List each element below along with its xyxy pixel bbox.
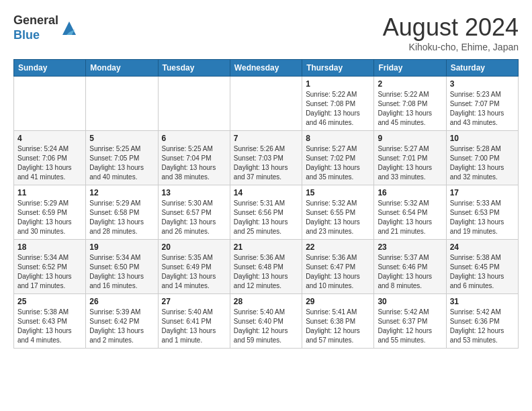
calendar-cell bbox=[230, 77, 302, 131]
day-number: 15 bbox=[306, 188, 370, 197]
day-number: 23 bbox=[378, 242, 442, 252]
week-row-2: 11Sunrise: 5:29 AMSunset: 6:59 PMDayligh… bbox=[14, 185, 519, 240]
calendar-cell bbox=[86, 77, 158, 131]
logo: General Blue bbox=[13, 13, 79, 42]
month-title: August 2024 bbox=[383, 13, 519, 42]
logo-text: General Blue bbox=[13, 13, 58, 42]
day-number: 2 bbox=[378, 79, 442, 89]
day-info: Sunrise: 5:27 AMSunset: 7:01 PMDaylight:… bbox=[378, 144, 442, 182]
calendar-table: SundayMondayTuesdayWednesdayThursdayFrid… bbox=[13, 59, 519, 349]
weekday-header-sunday: Sunday bbox=[14, 60, 86, 77]
day-number: 3 bbox=[450, 79, 515, 89]
header-row: SundayMondayTuesdayWednesdayThursdayFrid… bbox=[14, 60, 519, 77]
calendar-cell: 2Sunrise: 5:22 AMSunset: 7:08 PMDaylight… bbox=[374, 77, 446, 131]
calendar-cell: 19Sunrise: 5:34 AMSunset: 6:50 PMDayligh… bbox=[86, 240, 158, 294]
day-number: 29 bbox=[306, 297, 370, 306]
calendar-cell: 30Sunrise: 5:42 AMSunset: 6:37 PMDayligh… bbox=[374, 294, 446, 349]
calendar-cell: 5Sunrise: 5:25 AMSunset: 7:05 PMDaylight… bbox=[86, 131, 158, 185]
calendar-header: SundayMondayTuesdayWednesdayThursdayFrid… bbox=[14, 60, 519, 77]
calendar-cell: 20Sunrise: 5:35 AMSunset: 6:49 PMDayligh… bbox=[158, 240, 230, 294]
day-number: 16 bbox=[378, 188, 442, 197]
day-info: Sunrise: 5:36 AMSunset: 6:47 PMDaylight:… bbox=[306, 253, 370, 291]
day-info: Sunrise: 5:34 AMSunset: 6:52 PMDaylight:… bbox=[17, 253, 82, 291]
calendar-cell bbox=[158, 77, 230, 131]
calendar-cell: 25Sunrise: 5:38 AMSunset: 6:43 PMDayligh… bbox=[14, 294, 86, 349]
calendar-cell: 16Sunrise: 5:32 AMSunset: 6:54 PMDayligh… bbox=[374, 185, 446, 240]
day-info: Sunrise: 5:29 AMSunset: 6:58 PMDaylight:… bbox=[89, 199, 154, 236]
calendar-cell: 14Sunrise: 5:31 AMSunset: 6:56 PMDayligh… bbox=[230, 185, 302, 240]
day-number: 9 bbox=[378, 134, 442, 143]
calendar-cell: 10Sunrise: 5:28 AMSunset: 7:00 PMDayligh… bbox=[446, 131, 518, 185]
calendar-cell: 8Sunrise: 5:27 AMSunset: 7:02 PMDaylight… bbox=[302, 131, 374, 185]
calendar-cell: 13Sunrise: 5:30 AMSunset: 6:57 PMDayligh… bbox=[158, 185, 230, 240]
day-number: 6 bbox=[162, 134, 226, 143]
weekday-header-wednesday: Wednesday bbox=[230, 60, 302, 77]
calendar-cell: 21Sunrise: 5:36 AMSunset: 6:48 PMDayligh… bbox=[230, 240, 302, 294]
day-info: Sunrise: 5:26 AMSunset: 7:03 PMDaylight:… bbox=[234, 144, 298, 182]
day-info: Sunrise: 5:25 AMSunset: 7:04 PMDaylight:… bbox=[162, 144, 226, 182]
day-info: Sunrise: 5:38 AMSunset: 6:43 PMDaylight:… bbox=[17, 308, 82, 345]
day-number: 13 bbox=[162, 188, 226, 197]
day-number: 20 bbox=[162, 242, 226, 252]
calendar-cell: 22Sunrise: 5:36 AMSunset: 6:47 PMDayligh… bbox=[302, 240, 374, 294]
calendar-cell: 9Sunrise: 5:27 AMSunset: 7:01 PMDaylight… bbox=[374, 131, 446, 185]
day-info: Sunrise: 5:39 AMSunset: 6:42 PMDaylight:… bbox=[89, 308, 154, 345]
day-info: Sunrise: 5:37 AMSunset: 6:46 PMDaylight:… bbox=[378, 253, 442, 291]
day-info: Sunrise: 5:40 AMSunset: 6:40 PMDaylight:… bbox=[234, 308, 298, 345]
day-info: Sunrise: 5:34 AMSunset: 6:50 PMDaylight:… bbox=[89, 253, 154, 291]
calendar-cell: 27Sunrise: 5:40 AMSunset: 6:41 PMDayligh… bbox=[158, 294, 230, 349]
weekday-header-thursday: Thursday bbox=[302, 60, 374, 77]
day-info: Sunrise: 5:42 AMSunset: 6:37 PMDaylight:… bbox=[378, 308, 442, 345]
weekday-header-friday: Friday bbox=[374, 60, 446, 77]
calendar-cell: 3Sunrise: 5:23 AMSunset: 7:07 PMDaylight… bbox=[446, 77, 518, 131]
day-info: Sunrise: 5:30 AMSunset: 6:57 PMDaylight:… bbox=[162, 199, 226, 236]
day-number: 1 bbox=[306, 79, 370, 89]
week-row-1: 4Sunrise: 5:24 AMSunset: 7:06 PMDaylight… bbox=[14, 131, 519, 185]
calendar-cell bbox=[14, 77, 86, 131]
day-number: 30 bbox=[378, 297, 442, 306]
calendar-cell: 7Sunrise: 5:26 AMSunset: 7:03 PMDaylight… bbox=[230, 131, 302, 185]
weekday-header-tuesday: Tuesday bbox=[158, 60, 230, 77]
calendar-cell: 18Sunrise: 5:34 AMSunset: 6:52 PMDayligh… bbox=[14, 240, 86, 294]
calendar-cell: 23Sunrise: 5:37 AMSunset: 6:46 PMDayligh… bbox=[374, 240, 446, 294]
day-info: Sunrise: 5:22 AMSunset: 7:08 PMDaylight:… bbox=[306, 90, 370, 128]
location: Kihoku-cho, Ehime, Japan bbox=[383, 42, 519, 52]
day-number: 18 bbox=[17, 242, 82, 252]
day-number: 14 bbox=[234, 188, 298, 197]
day-info: Sunrise: 5:42 AMSunset: 6:36 PMDaylight:… bbox=[450, 308, 515, 345]
calendar-cell: 24Sunrise: 5:38 AMSunset: 6:45 PMDayligh… bbox=[446, 240, 518, 294]
day-info: Sunrise: 5:41 AMSunset: 6:38 PMDaylight:… bbox=[306, 308, 370, 345]
calendar-cell: 6Sunrise: 5:25 AMSunset: 7:04 PMDaylight… bbox=[158, 131, 230, 185]
calendar-cell: 29Sunrise: 5:41 AMSunset: 6:38 PMDayligh… bbox=[302, 294, 374, 349]
day-info: Sunrise: 5:40 AMSunset: 6:41 PMDaylight:… bbox=[162, 308, 226, 345]
week-row-3: 18Sunrise: 5:34 AMSunset: 6:52 PMDayligh… bbox=[14, 240, 519, 294]
day-info: Sunrise: 5:35 AMSunset: 6:49 PMDaylight:… bbox=[162, 253, 226, 291]
day-info: Sunrise: 5:22 AMSunset: 7:08 PMDaylight:… bbox=[378, 90, 442, 128]
title-block: August 2024 Kihoku-cho, Ehime, Japan bbox=[383, 13, 519, 52]
day-info: Sunrise: 5:25 AMSunset: 7:05 PMDaylight:… bbox=[89, 144, 154, 182]
weekday-header-saturday: Saturday bbox=[446, 60, 518, 77]
calendar-cell: 17Sunrise: 5:33 AMSunset: 6:53 PMDayligh… bbox=[446, 185, 518, 240]
calendar-cell: 26Sunrise: 5:39 AMSunset: 6:42 PMDayligh… bbox=[86, 294, 158, 349]
calendar-cell: 12Sunrise: 5:29 AMSunset: 6:58 PMDayligh… bbox=[86, 185, 158, 240]
day-info: Sunrise: 5:32 AMSunset: 6:54 PMDaylight:… bbox=[378, 199, 442, 236]
calendar-cell: 11Sunrise: 5:29 AMSunset: 6:59 PMDayligh… bbox=[14, 185, 86, 240]
day-number: 12 bbox=[89, 188, 154, 197]
day-info: Sunrise: 5:33 AMSunset: 6:53 PMDaylight:… bbox=[450, 199, 515, 236]
day-info: Sunrise: 5:31 AMSunset: 6:56 PMDaylight:… bbox=[234, 199, 298, 236]
day-number: 28 bbox=[234, 297, 298, 306]
day-number: 31 bbox=[450, 297, 515, 306]
day-number: 24 bbox=[450, 242, 515, 252]
calendar-cell: 28Sunrise: 5:40 AMSunset: 6:40 PMDayligh… bbox=[230, 294, 302, 349]
day-info: Sunrise: 5:38 AMSunset: 6:45 PMDaylight:… bbox=[450, 253, 515, 291]
calendar-cell: 15Sunrise: 5:32 AMSunset: 6:55 PMDayligh… bbox=[302, 185, 374, 240]
day-number: 4 bbox=[17, 134, 82, 143]
day-info: Sunrise: 5:32 AMSunset: 6:55 PMDaylight:… bbox=[306, 199, 370, 236]
day-number: 5 bbox=[89, 134, 154, 143]
day-info: Sunrise: 5:29 AMSunset: 6:59 PMDaylight:… bbox=[17, 199, 82, 236]
day-number: 22 bbox=[306, 242, 370, 252]
day-number: 11 bbox=[17, 188, 82, 197]
calendar-cell: 1Sunrise: 5:22 AMSunset: 7:08 PMDaylight… bbox=[302, 77, 374, 131]
day-info: Sunrise: 5:23 AMSunset: 7:07 PMDaylight:… bbox=[450, 90, 515, 128]
day-number: 7 bbox=[234, 134, 298, 143]
